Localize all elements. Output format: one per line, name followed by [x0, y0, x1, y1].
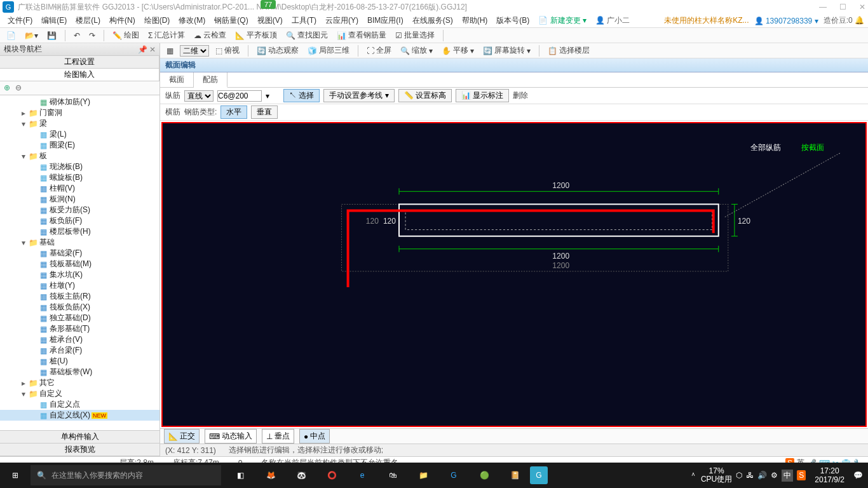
line-type-select[interactable]: 直线 — [184, 90, 214, 102]
tab-single-input[interactable]: 单构件输入 — [0, 431, 159, 444]
tree-item[interactable]: ▸📁门窗洞 — [0, 107, 159, 118]
set-elev-button[interactable]: 📏 设置标高 — [398, 89, 452, 102]
tree-item[interactable]: ▾📁基础 — [0, 237, 159, 248]
tree-item[interactable]: ▦筏板基础(M) — [0, 259, 159, 269]
collapse-all-icon[interactable]: ⊖ — [15, 83, 22, 93]
rotate-button[interactable]: 🔄 屏幕旋转 ▾ — [480, 44, 533, 57]
horizontal-button[interactable]: 水平 — [220, 105, 247, 119]
tree-item[interactable]: ▦承台梁(F) — [0, 345, 159, 356]
show-dim-button[interactable]: 📊 显示标注 — [456, 89, 509, 102]
select-button[interactable]: ↖ 选择 — [283, 89, 320, 102]
tree-item[interactable]: ▦筏板主筋(R) — [0, 291, 159, 302]
menu-online[interactable]: 在线服务(S) — [409, 14, 457, 27]
app-icon[interactable]: 🟢 — [469, 463, 499, 488]
app-icon[interactable]: 🐼 — [286, 463, 316, 488]
delete-button[interactable]: 删除 — [513, 90, 528, 101]
rebar-spec-input[interactable] — [217, 90, 262, 102]
tab-report-preview[interactable]: 报表预览 — [0, 444, 159, 456]
app-icon[interactable]: 📔 — [499, 463, 530, 488]
tree-item[interactable]: ▦桩(U) — [0, 356, 159, 367]
start-button[interactable]: ⊞ — [0, 463, 31, 488]
explorer-icon[interactable]: 📁 — [408, 463, 438, 488]
notification-icon[interactable]: 💬 — [853, 471, 863, 480]
tab-rebar[interactable]: 配筋 — [194, 72, 227, 88]
tree-item[interactable]: ▦楼层板带(H) — [0, 226, 159, 237]
vertical-button[interactable]: 垂直 — [251, 105, 278, 119]
clock-time[interactable]: 17:20 — [815, 466, 844, 475]
tree-item[interactable]: ▦板受力筋(S) — [0, 205, 159, 215]
cloud-check-button[interactable]: ☁ 云检查 — [191, 29, 229, 41]
fullscreen-button[interactable]: ⛶ 全屏 — [364, 44, 394, 57]
app-icon[interactable]: G — [530, 466, 548, 484]
menu-edit[interactable]: 编辑(E) — [37, 14, 71, 27]
tree-item[interactable]: ▦柱帽(V) — [0, 183, 159, 194]
tree-item[interactable]: ▦条形基础(T) — [0, 323, 159, 334]
view-rebar-button[interactable]: 📊 查看钢筋量 — [334, 29, 389, 41]
menu-rebar[interactable]: 钢筋量(Q) — [210, 14, 252, 27]
edge-icon[interactable]: e — [347, 463, 377, 488]
expand-all-icon[interactable]: ⊕ — [4, 83, 10, 93]
open-button[interactable]: 📂▾ — [22, 30, 41, 41]
tree-item[interactable]: ▦梁(L) — [0, 129, 159, 140]
tree-item[interactable]: ▦集水坑(K) — [0, 269, 159, 280]
drawing-canvas[interactable]: 全部纵筋 按截面 1200 1200 1200 120 120 120 — [161, 122, 867, 427]
menu-component[interactable]: 构件(N) — [105, 14, 139, 27]
pan-button[interactable]: ✋ 平移 ▾ — [439, 44, 477, 57]
redo-button[interactable]: ↷ — [86, 30, 98, 41]
orbit-button[interactable]: 🔄 动态观察 — [254, 44, 301, 57]
ime-badge[interactable]: 中 — [782, 470, 793, 482]
tree-item[interactable]: ▸📁其它 — [0, 377, 159, 388]
app-icon[interactable]: G — [438, 463, 469, 488]
menu-draw[interactable]: 绘图(D) — [140, 14, 174, 27]
phone-button[interactable]: 👤 13907298339 ▾ — [754, 17, 818, 25]
tree-item[interactable]: ▦现浇板(B) — [0, 161, 159, 172]
tree-item[interactable]: ▾📁梁 — [0, 118, 159, 129]
tree-item[interactable]: ▾📁自定义 — [0, 388, 159, 399]
maximize-icon[interactable]: ☐ — [839, 3, 846, 11]
save-button[interactable]: 💾 — [44, 30, 59, 41]
notif-badge[interactable]: 77 — [261, 0, 276, 9]
mid-snap-button[interactable]: ● 中点 — [299, 429, 330, 444]
toggle-icon[interactable]: ▦ — [164, 46, 176, 56]
tray-chevron-icon[interactable]: ＾ — [689, 470, 697, 481]
task-view-icon[interactable]: ◧ — [225, 463, 255, 488]
tree-item[interactable]: ▦筏板负筋(X) — [0, 302, 159, 313]
app-icon[interactable]: 🦊 — [255, 463, 286, 488]
app-icon[interactable]: ⭕ — [316, 463, 347, 488]
menu-cloud[interactable]: 云应用(Y) — [322, 14, 362, 27]
search-input[interactable]: 🔍 在这里输入你要搜索的内容 — [31, 465, 221, 485]
tree-item[interactable]: ▦板负筋(F) — [0, 215, 159, 226]
tree-item[interactable]: ▦自定义线(X)NEW — [0, 410, 159, 421]
tree-item[interactable]: ▦桩承台(V) — [0, 334, 159, 345]
tray-icon[interactable]: ⬡ — [736, 471, 742, 480]
warning-text[interactable]: 未使用的柱大样名称KZ... — [664, 15, 749, 26]
minimize-icon[interactable]: — — [819, 3, 827, 11]
batch-select-button[interactable]: ☑ 批量选择 — [393, 29, 437, 41]
menu-help[interactable]: 帮助(H) — [458, 14, 492, 27]
close-icon[interactable]: ✕ — [859, 3, 865, 11]
menu-floor[interactable]: 楼层(L) — [72, 14, 104, 27]
tree-item[interactable]: ▦螺旋板(B) — [0, 172, 159, 183]
menu-modify[interactable]: 修改(M) — [175, 14, 209, 27]
menu-version[interactable]: 版本号(B) — [492, 14, 533, 27]
sum-button[interactable]: Σ 汇总计算 — [146, 29, 187, 41]
tray-icon[interactable]: ⚙ — [771, 471, 778, 480]
tab-project-settings[interactable]: 工程设置 — [0, 56, 159, 68]
find-button[interactable]: 🔍 查找图元 — [283, 29, 330, 41]
tree-item[interactable]: ▦砌体加筋(Y) — [0, 97, 159, 107]
new-change-button[interactable]: 📄 新建变更 ▾ — [534, 14, 590, 27]
volume-icon[interactable]: 🔊 — [757, 471, 767, 480]
pin-icon[interactable]: 📌 ✕ — [138, 45, 156, 54]
top-view-button[interactable]: ⬚ 俯视 — [213, 44, 242, 57]
tree-item[interactable]: ▦自定义点 — [0, 399, 159, 410]
zoom-button[interactable]: 🔍 缩放 ▾ — [398, 44, 435, 57]
ortho-button[interactable]: 📐 正交 — [164, 429, 200, 444]
tab-draw-input[interactable]: 绘图输入 — [0, 69, 159, 81]
menu-tool[interactable]: 工具(T) — [288, 14, 320, 27]
tree-item[interactable]: ▾📁板 — [0, 151, 159, 161]
network-icon[interactable]: 🖧 — [746, 471, 754, 480]
new-file-button[interactable]: 📄 — [4, 30, 18, 41]
flat-top-button[interactable]: 📐 平齐板顶 — [233, 29, 280, 41]
ref-line-button[interactable]: 手动设置参考线 ▾ — [323, 89, 394, 102]
tree-item[interactable]: ▦圈梁(E) — [0, 140, 159, 151]
